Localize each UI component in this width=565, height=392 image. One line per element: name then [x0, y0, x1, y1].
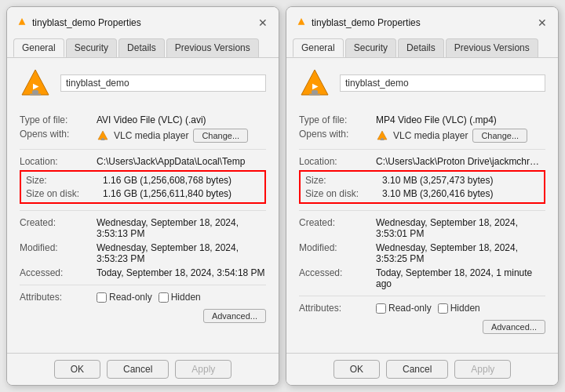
file-name-input-1[interactable]: [60, 74, 266, 92]
apply-button-2: Apply: [454, 360, 511, 379]
attributes-label-1: Attributes:: [20, 292, 90, 323]
hidden-checkbox-label-1[interactable]: Hidden: [159, 292, 201, 303]
cancel-button-2[interactable]: Cancel: [386, 360, 448, 379]
accessed-value-2: Today, September 18, 2024, 1 minute ago: [376, 267, 545, 289]
location-grid-1: Location: C:\Users\Jack\AppData\Local\Te…: [20, 156, 266, 167]
dates-grid-1: Created: Wednesday, September 18, 2024, …: [20, 217, 266, 278]
advanced-button-2[interactable]: Advanced...: [483, 320, 545, 334]
size-value-1: 1.16 GB (1,256,608,768 bytes): [103, 175, 260, 186]
created-value-2: Wednesday, September 18, 2024, 3:53:01 P…: [376, 217, 545, 239]
vlc-icon-small-1: [97, 129, 109, 142]
close-button-2[interactable]: ✕: [536, 16, 549, 29]
advanced-button-1[interactable]: Advanced...: [203, 309, 266, 323]
file-header-2: ▶: [299, 67, 545, 105]
accessed-value-1: Today, September 18, 2024, 3:54:18 PM: [97, 267, 266, 278]
svg-rect-14: [381, 138, 384, 140]
vlc-icon-large-1: ▶: [20, 67, 51, 99]
accessed-label-2: Accessed:: [299, 267, 370, 289]
footer-1: OK Cancel Apply: [7, 353, 279, 385]
svg-text:▶: ▶: [33, 82, 39, 90]
readonly-checkbox-label-1[interactable]: Read-only: [97, 292, 152, 303]
file-name-input-2[interactable]: [340, 74, 545, 92]
svg-text:▶: ▶: [312, 82, 319, 90]
modified-label-2: Modified:: [299, 242, 370, 264]
size-on-disk-label-2: Size on disk:: [305, 188, 376, 199]
size-label-1: Size:: [26, 175, 97, 186]
tab-previous-versions-1[interactable]: Previous Versions: [166, 38, 259, 57]
type-of-file-label-1: Type of file:: [20, 114, 90, 125]
size-on-disk-label-1: Size on disk:: [26, 188, 97, 199]
attrs-grid-2: Attributes: Read-only Hidden Advanced...: [299, 303, 545, 334]
opens-with-label-2: Opens with:: [299, 129, 370, 143]
cancel-button-1[interactable]: Cancel: [107, 360, 169, 379]
location-value-1: C:\Users\Jack\AppData\Local\Temp: [97, 156, 266, 167]
opens-with-label-1: Opens with:: [20, 129, 90, 143]
attributes-label-2: Attributes:: [299, 303, 370, 334]
attrs-grid-1: Attributes: Read-only Hidden Advanced...: [20, 292, 266, 323]
tab-security-2[interactable]: Security: [345, 38, 396, 57]
readonly-checkbox-label-2[interactable]: Read-only: [376, 303, 432, 314]
content-2: ▶ Type of file: MP4 Video File (VLC) (.m…: [286, 58, 558, 353]
size-box-1: Size: 1.16 GB (1,256,608,768 bytes) Size…: [20, 170, 266, 204]
size-row-2: Size: 3.10 MB (3,257,473 bytes) Size on …: [305, 175, 539, 199]
modified-value-1: Wednesday, September 18, 2024, 3:53:23 P…: [97, 242, 266, 264]
size-label-2: Size:: [305, 175, 376, 186]
svg-rect-7: [101, 140, 105, 140]
opens-with-row-1: VLC media player Change...: [97, 129, 266, 143]
title-bar-left-1: tinyblast_demo Properties: [16, 17, 141, 28]
accessed-label-1: Accessed:: [20, 267, 90, 278]
modified-label-1: Modified:: [20, 242, 90, 264]
created-value-1: Wednesday, September 18, 2024, 3:53:13 P…: [97, 217, 266, 239]
tab-previous-versions-2[interactable]: Previous Versions: [446, 38, 538, 57]
dialog-1: tinyblast_demo Properties ✕ General Secu…: [6, 6, 279, 386]
close-button-1[interactable]: ✕: [257, 16, 269, 29]
content-1: ▶ Type of file: AVI Video File (VLC) (.a…: [7, 58, 279, 353]
type-of-file-value-2: MP4 Video File (VLC) (.mp4): [376, 114, 545, 125]
apply-button-1: Apply: [175, 360, 231, 379]
tabs-1: General Security Details Previous Versio…: [7, 32, 279, 58]
footer-2: OK Cancel Apply: [286, 353, 558, 385]
size-row-1: Size: 1.16 GB (1,256,608,768 bytes) Size…: [26, 175, 260, 199]
dialog-2: tinyblast_demo Properties ✕ General Secu…: [286, 6, 559, 386]
tab-details-1[interactable]: Details: [118, 38, 165, 57]
opens-with-value-2: VLC media player: [393, 130, 468, 141]
change-button-1[interactable]: Change...: [193, 129, 248, 143]
vlc-icon-small-2: [376, 129, 388, 142]
dialog-title-2: tinyblast_demo Properties: [312, 17, 421, 28]
tab-general-2[interactable]: General: [293, 38, 344, 57]
size-value-2: 3.10 MB (3,257,473 bytes): [382, 175, 539, 186]
readonly-checkbox-2[interactable]: [376, 303, 386, 314]
vlc-icon-large-2: ▶: [299, 67, 330, 99]
created-label-1: Created:: [20, 217, 90, 239]
tab-general-1[interactable]: General: [13, 38, 64, 57]
svg-marker-8: [298, 18, 305, 25]
size-on-disk-value-2: 3.10 MB (3,260,416 bytes): [382, 188, 539, 199]
location-value-2: C:\Users\Jack\Proton Drive\jackmchrist\M…: [376, 156, 541, 167]
modified-value-2: Wednesday, September 18, 2024, 3:53:25 P…: [376, 242, 545, 264]
attrs-row-1: Read-only Hidden Advanced...: [97, 292, 266, 323]
hidden-checkbox-label-2[interactable]: Hidden: [438, 303, 480, 314]
ok-button-2[interactable]: OK: [334, 360, 380, 379]
location-grid-2: Location: C:\Users\Jack\Proton Drive\jac…: [299, 156, 545, 167]
tab-security-1[interactable]: Security: [66, 38, 117, 57]
svg-rect-3: [30, 94, 41, 96]
size-box-2: Size: 3.10 MB (3,257,473 bytes) Size on …: [299, 170, 545, 204]
type-of-file-value-1: AVI Video File (VLC) (.avi): [97, 114, 266, 125]
info-grid-2: Type of file: MP4 Video File (VLC) (.mp4…: [299, 114, 545, 143]
opens-with-row-2: VLC media player Change...: [376, 129, 545, 143]
attrs-row-2: Read-only Hidden Advanced...: [376, 303, 545, 334]
dates-grid-2: Created: Wednesday, September 18, 2024, …: [299, 217, 545, 289]
location-label-2: Location:: [299, 156, 370, 167]
dialog-title-1: tinyblast_demo Properties: [32, 17, 141, 28]
readonly-checkbox-1[interactable]: [97, 292, 107, 303]
change-button-2[interactable]: Change...: [472, 129, 527, 143]
svg-rect-10: [312, 90, 318, 94]
hidden-checkbox-1[interactable]: [159, 292, 169, 303]
ok-button-1[interactable]: OK: [54, 360, 100, 379]
tab-details-2[interactable]: Details: [398, 38, 444, 57]
info-grid-1: Type of file: AVI Video File (VLC) (.avi…: [20, 114, 266, 143]
svg-marker-0: [19, 18, 26, 25]
svg-rect-11: [309, 94, 320, 96]
title-bar-left-2: tinyblast_demo Properties: [296, 17, 421, 28]
hidden-checkbox-2[interactable]: [438, 303, 448, 314]
